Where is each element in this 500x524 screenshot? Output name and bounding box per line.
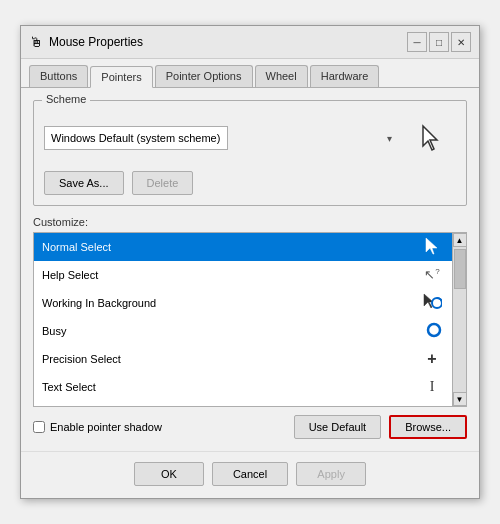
tab-hardware[interactable]: Hardware <box>310 65 380 87</box>
busy-icon <box>422 321 442 339</box>
customize-label: Customize: <box>33 216 467 228</box>
minimize-button[interactable]: ─ <box>407 32 427 52</box>
list-item[interactable]: Text Select I <box>34 373 452 401</box>
customize-list: Normal Select Help Select ↖? Working In … <box>33 232 467 407</box>
pointer-shadow-checkbox[interactable] <box>33 421 45 433</box>
delete-button[interactable]: Delete <box>132 171 194 195</box>
list-item[interactable]: Normal Select <box>34 233 452 261</box>
pointer-shadow-text: Enable pointer shadow <box>50 421 162 433</box>
use-default-button[interactable]: Use Default <box>294 415 381 439</box>
scrollbar-up-button[interactable]: ▲ <box>453 233 467 247</box>
scrollbar-down-button[interactable]: ▼ <box>453 392 467 406</box>
working-bg-icon <box>422 293 442 311</box>
list-item-cursor-icon <box>420 321 444 342</box>
list-item-cursor-icon: I <box>420 379 444 395</box>
list-item-name: Working In Background <box>42 297 156 309</box>
scheme-select-wrapper: Windows Default (system scheme) <box>44 126 398 150</box>
scheme-select[interactable]: Windows Default (system scheme) <box>44 126 228 150</box>
list-item[interactable]: Precision Select + <box>34 345 452 373</box>
cursor-icon <box>419 124 443 152</box>
browse-button[interactable]: Browse... <box>389 415 467 439</box>
scheme-row: Windows Default (system scheme) <box>44 113 456 163</box>
list-item-cursor-icon: ↖? <box>420 267 444 282</box>
list-items: Normal Select Help Select ↖? Working In … <box>34 233 452 406</box>
title-bar: 🖱 Mouse Properties ─ □ ✕ <box>21 26 479 59</box>
scrollbar[interactable]: ▲ ▼ <box>452 233 466 406</box>
svg-marker-1 <box>426 238 437 254</box>
list-item[interactable]: Busy <box>34 317 452 345</box>
maximize-button[interactable]: □ <box>429 32 449 52</box>
title-bar-left: 🖱 Mouse Properties <box>29 34 143 50</box>
apply-button[interactable]: Apply <box>296 462 366 486</box>
list-item-cursor-icon: + <box>420 350 444 368</box>
list-item[interactable]: Help Select ↖? <box>34 261 452 289</box>
svg-point-4 <box>428 324 440 336</box>
svg-marker-0 <box>423 126 437 150</box>
tab-pointer-options[interactable]: Pointer Options <box>155 65 253 87</box>
list-item-name: Busy <box>42 325 66 337</box>
save-as-button[interactable]: Save As... <box>44 171 124 195</box>
list-item[interactable]: Working In Background <box>34 289 452 317</box>
title-bar-controls: ─ □ ✕ <box>407 32 471 52</box>
list-item-name: Text Select <box>42 381 96 393</box>
close-button[interactable]: ✕ <box>451 32 471 52</box>
tab-wheel[interactable]: Wheel <box>255 65 308 87</box>
scheme-group: Scheme Windows Default (system scheme) S… <box>33 100 467 206</box>
list-item-cursor-icon <box>420 293 444 314</box>
list-item-cursor-icon <box>420 237 444 258</box>
scheme-group-label: Scheme <box>42 93 90 105</box>
tab-pointers[interactable]: Pointers <box>90 66 152 88</box>
mouse-properties-window: 🖱 Mouse Properties ─ □ ✕ Buttons Pointer… <box>20 25 480 499</box>
scheme-buttons: Save As... Delete <box>44 171 456 195</box>
pointer-shadow-label: Enable pointer shadow <box>33 421 286 433</box>
list-item-name: Normal Select <box>42 241 111 253</box>
normal-select-icon <box>424 237 440 255</box>
cursor-preview <box>406 113 456 163</box>
cancel-button[interactable]: Cancel <box>212 462 288 486</box>
content-area: Scheme Windows Default (system scheme) S… <box>21 88 479 451</box>
list-item-name: Help Select <box>42 269 98 281</box>
ok-button[interactable]: OK <box>134 462 204 486</box>
dialog-buttons: OK Cancel Apply <box>21 451 479 498</box>
list-item-name: Precision Select <box>42 353 121 365</box>
scrollbar-track <box>453 247 467 392</box>
scrollbar-thumb <box>454 249 466 289</box>
tab-buttons[interactable]: Buttons <box>29 65 88 87</box>
tab-bar: Buttons Pointers Pointer Options Wheel H… <box>21 59 479 88</box>
bottom-row: Enable pointer shadow Use Default Browse… <box>33 415 467 439</box>
window-icon: 🖱 <box>29 34 43 50</box>
window-title: Mouse Properties <box>49 35 143 49</box>
